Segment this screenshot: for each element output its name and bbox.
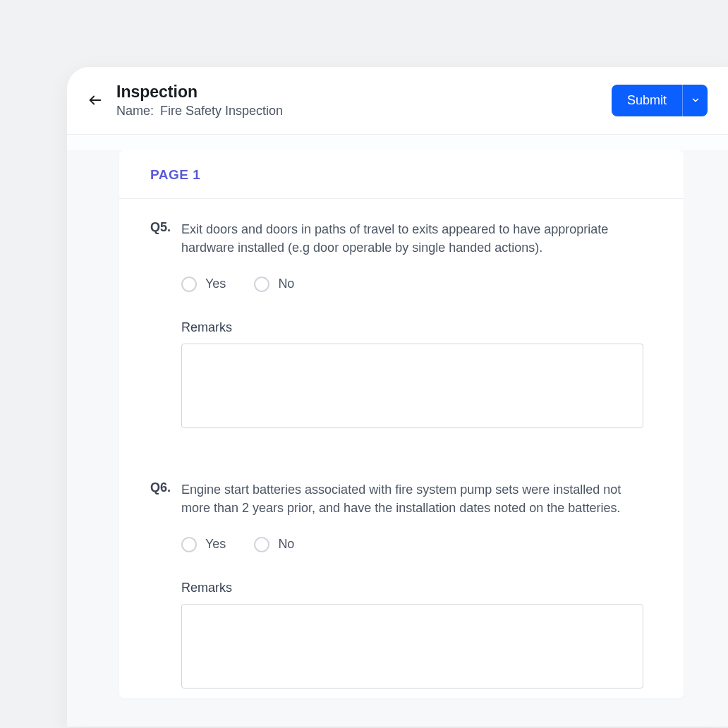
radio-label-no: No [278, 537, 294, 552]
chevron-down-icon [691, 95, 700, 105]
submit-group: Submit [612, 85, 708, 116]
question-row: Q5. Exit doors and doors in paths of tra… [150, 220, 653, 257]
submit-button[interactable]: Submit [612, 85, 682, 116]
page-label: PAGE 1 [119, 150, 684, 199]
form-card: PAGE 1 Q5. Exit doors and doors in paths… [119, 150, 684, 698]
radio-circle-icon [181, 537, 197, 552]
radio-label-yes: Yes [205, 537, 226, 552]
remarks-label: Remarks [181, 581, 653, 595]
question-row: Q6. Engine start batteries associated wi… [150, 480, 653, 517]
radio-yes[interactable]: Yes [181, 277, 226, 292]
options-row: Yes No [181, 277, 653, 292]
form-area: PAGE 1 Q5. Exit doors and doors in paths… [67, 150, 728, 727]
radio-no[interactable]: No [254, 537, 294, 552]
header: Inspection Name: Fire Safety Inspection … [67, 67, 728, 135]
radio-label-no: No [278, 277, 294, 291]
question-block-q6: Q6. Engine start batteries associated wi… [119, 438, 684, 698]
options-row: Yes No [181, 537, 653, 552]
submit-dropdown-button[interactable] [682, 85, 708, 116]
header-titles: Inspection Name: Fire Safety Inspection [116, 83, 612, 119]
name-value: Fire Safety Inspection [160, 104, 283, 118]
question-text: Exit doors and doors in paths of travel … [181, 220, 653, 257]
radio-circle-icon [254, 537, 269, 552]
remarks-textarea[interactable] [181, 604, 643, 688]
question-text: Engine start batteries associated with f… [181, 480, 653, 517]
radio-circle-icon [254, 277, 269, 292]
question-number: Q6. [150, 480, 173, 495]
remarks-textarea[interactable] [181, 344, 643, 428]
remarks-block: Remarks [181, 581, 653, 691]
question-block-q5: Q5. Exit doors and doors in paths of tra… [119, 199, 684, 438]
name-label: Name: [116, 104, 154, 118]
page-title: Inspection [116, 83, 612, 102]
remarks-label: Remarks [181, 320, 653, 335]
radio-label-yes: Yes [205, 277, 226, 291]
radio-yes[interactable]: Yes [181, 537, 226, 552]
radio-circle-icon [181, 277, 197, 292]
remarks-block: Remarks [181, 320, 653, 431]
page-subtitle: Name: Fire Safety Inspection [116, 104, 612, 119]
back-button[interactable] [87, 92, 104, 109]
radio-no[interactable]: No [254, 277, 294, 292]
arrow-left-icon [87, 92, 103, 108]
inspection-card: Inspection Name: Fire Safety Inspection … [67, 67, 728, 727]
question-number: Q5. [150, 220, 173, 235]
